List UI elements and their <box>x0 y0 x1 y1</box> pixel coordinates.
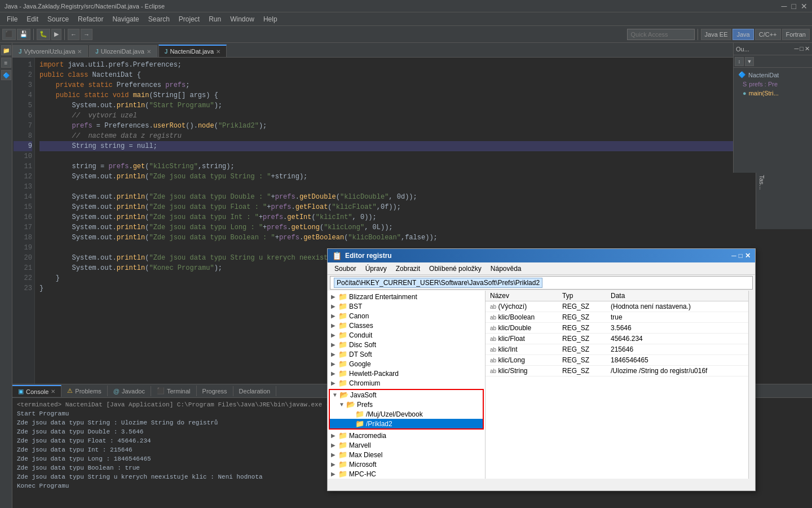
reg-tree-chromium[interactable]: ▶ 📁 Chromium <box>329 378 484 388</box>
reg-tree-conduit[interactable]: ▶ 📁 Conduit <box>329 330 484 340</box>
outline-sort-btn[interactable]: ↕ <box>735 57 744 66</box>
toolbar-forward[interactable]: → <box>81 29 92 40</box>
menu-window[interactable]: Window <box>226 14 259 24</box>
reg-tree-microsoft[interactable]: ▶ 📁 Microsoft <box>329 459 484 469</box>
tasks-label: Tas... <box>756 173 767 192</box>
tab-vytvoreni-close[interactable]: ✕ <box>77 49 82 55</box>
reg-menu-zobrazit[interactable]: Zobrazit <box>391 264 425 274</box>
editor-tabs: J VytvoreniUzlu.java ✕ J UlozeniDat.java… <box>12 43 812 58</box>
close-btn[interactable]: ✕ <box>801 2 807 11</box>
menu-help[interactable]: Help <box>259 14 282 24</box>
menu-edit[interactable]: Edit <box>22 14 43 24</box>
reg-tree-priklad2[interactable]: 📁 /Priklad2 <box>330 419 483 428</box>
menu-source[interactable]: Source <box>43 14 73 24</box>
reg-row-boolean[interactable]: ab klic/Boolean REG_SZ true <box>486 312 748 323</box>
menu-project[interactable]: Project <box>174 14 204 24</box>
outline-content: 🔷 NacteniDat S prefs : Pre ● main(Stri..… <box>734 68 812 100</box>
registry-controls: ─ □ ✕ <box>731 252 751 260</box>
tab-javadoc[interactable]: @ Javadoc <box>108 386 151 396</box>
toolbar: ⬛ 💾 🐛 ▶ ← → Java EE Java C/C++ Fortran <box>0 26 812 43</box>
tab-problems[interactable]: ⚠ Problems <box>61 386 107 396</box>
col-name: Název <box>486 291 558 301</box>
menu-file[interactable]: File <box>2 14 22 24</box>
col-data: Data <box>606 291 748 301</box>
menu-navigate[interactable]: Navigate <box>108 14 143 24</box>
reg-menu-upravy[interactable]: Úpravy <box>361 264 391 274</box>
reg-tree-javasoft[interactable]: ▼ 📂 JavaSoft <box>330 390 483 400</box>
reg-tree-marvell[interactable]: ▶ 📁 Marvell <box>329 440 484 450</box>
registry-path-bar: Počítač\HKEY_CURRENT_USER\Software\JavaS… <box>330 276 753 290</box>
tab-nacteni-close[interactable]: ✕ <box>216 49 220 55</box>
registry-close[interactable]: ✕ <box>745 252 751 260</box>
reg-tree-google[interactable]: ▶ 📁 Google <box>329 359 484 369</box>
icon-bar-outline[interactable]: ≡ <box>1 58 11 68</box>
reg-tree-blizzard[interactable]: ▶ 📁 Blizzard Entertainment <box>329 292 484 301</box>
reg-row-int[interactable]: ab klic/Int REG_SZ 215646 <box>486 344 748 355</box>
reg-row-double[interactable]: ab klic/Double REG_SZ 3.5646 <box>486 323 748 334</box>
reg-tree-dtsoft[interactable]: ▶ 📁 DT Soft <box>329 349 484 359</box>
reg-val-name-3: ab klic/Float <box>486 334 558 344</box>
reg-tree-prefs[interactable]: ▼ 📂 Prefs <box>330 400 483 409</box>
reg-tree-bst[interactable]: ▶ 📁 BST <box>329 301 484 311</box>
outline-method-main[interactable]: ● main(Stri... <box>736 89 810 98</box>
tab-console[interactable]: ▣ Console ✕ <box>12 385 61 397</box>
outline-close[interactable]: ✕ <box>805 45 810 52</box>
maximize-btn[interactable]: □ <box>792 2 796 11</box>
reg-row-string[interactable]: ab klic/String REG_SZ /Ulozime /String d… <box>486 366 748 376</box>
outline-field-prefs[interactable]: S prefs : Pre <box>736 80 810 89</box>
registry-title: Editor registru <box>345 252 392 260</box>
perspective-cpp[interactable]: C/C++ <box>755 29 781 40</box>
toolbar-save[interactable]: 💾 <box>17 29 30 40</box>
registry-values: Název Typ Data ab (Výchozí) REG_SZ (Hodn… <box>486 291 748 479</box>
tab-terminal[interactable]: ⬛ Terminal <box>151 386 197 396</box>
reg-val-name-1: ab klic/Boolean <box>486 312 558 323</box>
reg-row-long[interactable]: ab klic/Long REG_SZ 1846546465 <box>486 355 748 366</box>
icon-bar-hierarchy[interactable]: 🔷 <box>1 70 11 80</box>
tab-vytvoreni[interactable]: J VytvoreniUzlu.java ✕ <box>12 45 88 57</box>
minimize-btn[interactable]: ─ <box>782 2 787 11</box>
tab-ulozeni-close[interactable]: ✕ <box>147 49 151 55</box>
reg-tree-macromedia[interactable]: ▶ 📁 Macromedia <box>329 431 484 440</box>
console-close[interactable]: ✕ <box>51 388 55 395</box>
title-bar: Java - Java.Zaklady.Registry/src/Nacteni… <box>0 0 812 12</box>
title-text: Java - Java.Zaklady.Registry/src/Nacteni… <box>5 3 782 10</box>
reg-tree-canon[interactable]: ▶ 📁 Canon <box>329 311 484 321</box>
tab-declaration[interactable]: Declaration <box>233 386 277 396</box>
quick-access-input[interactable] <box>627 29 695 40</box>
registry-minimize[interactable]: ─ <box>731 252 736 260</box>
perspective-java[interactable]: Java <box>732 29 753 40</box>
tab-nacteni[interactable]: J NacteniDat.java ✕ <box>158 45 227 57</box>
reg-tree-hp[interactable]: ▶ 📁 Hewlett-Packard <box>329 369 484 378</box>
perspective-javaee[interactable]: Java EE <box>701 29 732 40</box>
menu-bar: File Edit Source Refactor Navigate Searc… <box>0 12 812 26</box>
reg-menu-oblibene[interactable]: Oblíbené položky <box>425 264 486 274</box>
reg-menu-napoveda[interactable]: Nápověda <box>486 264 526 274</box>
toolbar-debug[interactable]: 🐛 <box>37 29 50 40</box>
outline-maximize[interactable]: □ <box>800 45 804 52</box>
reg-tree-discsoft[interactable]: ▶ 📁 Disc Soft <box>329 340 484 349</box>
toolbar-new[interactable]: ⬛ <box>2 29 16 40</box>
reg-row-float[interactable]: ab klic/Float REG_SZ 45646.234 <box>486 334 748 344</box>
reg-tree-classes[interactable]: ▶ 📁 Classes <box>329 321 484 330</box>
tab-progress[interactable]: Progress <box>197 386 233 396</box>
reg-tree-maxdiesel[interactable]: ▶ 📁 Max Diesel <box>329 450 484 459</box>
toolbar-back[interactable]: ← <box>68 29 80 40</box>
perspective-fortran[interactable]: Fortran <box>782 29 810 40</box>
outline-class-nactenidat[interactable]: 🔷 NacteniDat <box>736 70 810 80</box>
menu-refactor[interactable]: Refactor <box>73 14 108 24</box>
reg-tree-muj-uzel[interactable]: 📁 /Muj/Uzel/Devbook <box>330 409 483 419</box>
reg-row-default[interactable]: ab (Výchozí) REG_SZ (Hodnota není nastav… <box>486 301 748 312</box>
menu-search[interactable]: Search <box>144 14 174 24</box>
outline-minimize[interactable]: ─ <box>795 45 799 52</box>
toolbar-run[interactable]: ▶ <box>51 29 61 40</box>
registry-editor[interactable]: 📋 Editor registru ─ □ ✕ Soubor Úpravy Zo… <box>327 248 756 491</box>
registry-maximize[interactable]: □ <box>739 252 743 260</box>
registry-tree[interactable]: ▶ 📁 Blizzard Entertainment ▶ 📁 BST ▶ 📁 C… <box>328 291 486 479</box>
outline-filter-btn[interactable]: ▼ <box>745 57 754 66</box>
registry-scrollbar[interactable] <box>748 291 755 479</box>
menu-run[interactable]: Run <box>204 14 226 24</box>
reg-tree-mpchc[interactable]: ▶ 📁 MPC-HC <box>329 469 484 479</box>
icon-bar-package-explorer[interactable]: 📁 <box>1 45 11 55</box>
tab-ulozeni[interactable]: J UlozeniDat.java ✕ <box>89 45 157 57</box>
reg-menu-soubor[interactable]: Soubor <box>330 264 361 274</box>
